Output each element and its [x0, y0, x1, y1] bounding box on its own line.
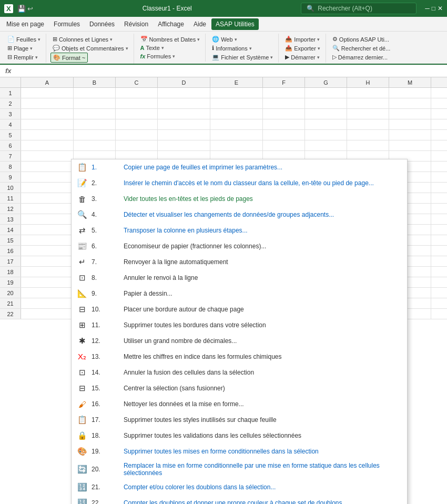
ribbon-btn-plage[interactable]: ⊞ Plage ▾ [5, 44, 35, 53]
cell[interactable] [74, 130, 116, 140]
cell[interactable] [21, 225, 74, 235]
cell[interactable] [305, 119, 347, 129]
cell[interactable] [263, 98, 305, 108]
cell[interactable] [21, 288, 74, 298]
dropdown-item-14[interactable]: ⊡ 14. Annuler la fusion des cellules dan… [72, 365, 407, 380]
cell[interactable] [21, 246, 74, 256]
cell[interactable] [21, 183, 74, 193]
cell[interactable] [21, 298, 74, 308]
table-row[interactable]: 5 [0, 130, 447, 140]
cell[interactable] [74, 88, 116, 98]
cell[interactable] [21, 140, 74, 150]
close-btn[interactable]: ✕ [438, 5, 443, 12]
dropdown-item-2[interactable]: 📝 2. Insérer le chemin d'accès et le nom… [72, 175, 407, 191]
cell[interactable] [263, 88, 305, 98]
cell[interactable] [74, 109, 116, 119]
ribbon-btn-formules[interactable]: fx Formules ▾ [138, 52, 178, 61]
menu-item-aide[interactable]: Aide [189, 18, 210, 30]
cell[interactable] [305, 98, 347, 108]
cell[interactable] [21, 214, 74, 224]
dropdown-item-5[interactable]: ⇄ 5. Transposer la colonne en plusieurs … [72, 223, 407, 238]
cell[interactable] [21, 109, 74, 119]
ribbon-btn-rechercher[interactable]: 🔍 Rechercher et dé... [330, 44, 393, 53]
dropdown-item-7[interactable]: ↵ 7. Renvoyer à la ligne automatiquement [72, 254, 407, 270]
dropdown-item-1[interactable]: 📋 1. Copier une page de feuilles et impr… [72, 159, 407, 175]
cell[interactable] [210, 98, 263, 108]
cell[interactable] [305, 109, 347, 119]
cell[interactable] [74, 98, 116, 108]
cell[interactable] [389, 119, 431, 129]
ribbon-btn-remplir[interactable]: ⊟ Remplir ▾ [5, 53, 40, 62]
cell[interactable] [21, 88, 74, 98]
cell[interactable] [116, 98, 158, 108]
cell[interactable] [21, 277, 74, 287]
cell[interactable] [347, 88, 389, 98]
cell[interactable] [305, 140, 347, 150]
cell[interactable] [21, 130, 74, 140]
ribbon-btn-objets[interactable]: 💬 Objets et Commentaires ▾ [50, 44, 130, 53]
dropdown-item-4[interactable]: 🔍 4. Détecter et visualiser les changeme… [72, 207, 407, 223]
cell[interactable] [21, 256, 74, 266]
cell[interactable] [158, 88, 210, 98]
ribbon-btn-demarrer[interactable]: ▶ Démarrer ▾ [283, 53, 321, 62]
cell[interactable] [389, 88, 431, 98]
cell[interactable] [74, 140, 116, 150]
search-bar[interactable]: 🔍 Rechercher (Alt+Q) [301, 3, 416, 14]
menu-item-mise-en-page[interactable]: Mise en page [2, 18, 48, 30]
dropdown-item-11[interactable]: ⊞ 11. Supprimer toutes les bordures dans… [72, 317, 407, 333]
ribbon-btn-informations[interactable]: ℹ Informations ▾ [210, 44, 254, 53]
ribbon-btn-options-asap[interactable]: ⚙ Options ASAP Uti... [330, 35, 391, 44]
cell[interactable] [389, 130, 431, 140]
dropdown-item-20[interactable]: 🔄 20. Remplacer la mise en forme conditi… [72, 459, 407, 479]
cell[interactable] [389, 98, 431, 108]
ribbon-btn-exporter[interactable]: 📤 Exporter ▾ [283, 44, 322, 53]
menu-item-asap[interactable]: ASAP Utilities [211, 18, 259, 30]
cell[interactable] [347, 119, 389, 129]
cell[interactable] [21, 204, 74, 214]
cell[interactable] [347, 140, 389, 150]
ribbon-btn-feuilles[interactable]: 📄 Feuilles ▾ [5, 35, 43, 44]
ribbon-btn-demarrez-dernier[interactable]: ▷ Démarrez dernier... [330, 53, 390, 62]
ribbon-btn-fichier[interactable]: 💻 Fichier et Système ▾ [210, 53, 275, 62]
cell[interactable] [21, 193, 74, 203]
ribbon-btn-colonnes[interactable]: ⊞ Colonnes et Lignes ▾ [50, 35, 115, 44]
dropdown-item-22[interactable]: 🔢 22. Compter les doublons et donner une… [72, 495, 407, 504]
cell[interactable] [263, 130, 305, 140]
dropdown-item-3[interactable]: 🗑 3. Vider toutes les en-têtes et les pi… [72, 191, 407, 207]
ribbon-btn-web[interactable]: 🌐 Web ▾ [210, 35, 239, 44]
dropdown-item-10[interactable]: ⊟ 10. Placer une bordure autour de chaqu… [72, 301, 407, 317]
menu-item-affichage[interactable]: Affichage [154, 18, 188, 30]
cell[interactable] [158, 98, 210, 108]
dropdown-item-19[interactable]: 🎨 19. Supprimer toutes les mises en form… [72, 443, 407, 459]
table-row[interactable]: 3 [0, 109, 447, 119]
dropdown-item-9[interactable]: 📐 9. Papier à dessin... [72, 286, 407, 301]
dropdown-item-21[interactable]: 🔢 21. Compter et/ou colorer les doublons… [72, 479, 407, 495]
cell[interactable] [305, 88, 347, 98]
cell[interactable] [116, 109, 158, 119]
cell[interactable] [21, 309, 74, 319]
cell[interactable] [158, 109, 210, 119]
ribbon-btn-importer[interactable]: 📥 Importer ▾ [283, 35, 322, 44]
cell[interactable] [21, 172, 74, 182]
ribbon-btn-nombres[interactable]: 📅 Nombres et Dates ▾ [138, 35, 202, 44]
cell[interactable] [21, 267, 74, 277]
cell[interactable] [210, 140, 263, 150]
table-row[interactable]: 2 [0, 98, 447, 109]
table-row[interactable]: 1 [0, 88, 447, 98]
menu-item-revision[interactable]: Révision [120, 18, 153, 30]
cell[interactable] [210, 130, 263, 140]
ribbon-btn-format[interactable]: 🎨 Format ~ [50, 53, 88, 63]
cell[interactable] [21, 119, 74, 129]
cell[interactable] [263, 119, 305, 129]
cell[interactable] [116, 140, 158, 150]
cell[interactable] [210, 119, 263, 129]
dropdown-item-13[interactable]: X₂ 13. Mettre les chiffres en indice dan… [72, 349, 407, 365]
minimize-btn[interactable]: ─ [425, 5, 430, 12]
table-row[interactable]: 6 [0, 140, 447, 151]
cell[interactable] [158, 140, 210, 150]
menu-item-donnees[interactable]: Données [85, 18, 119, 30]
cell[interactable] [347, 109, 389, 119]
menu-item-formules[interactable]: Formules [49, 18, 84, 30]
cell[interactable] [389, 140, 431, 150]
dropdown-item-8[interactable]: ⊡ 8. Annuler le renvoi à la ligne [72, 270, 407, 286]
